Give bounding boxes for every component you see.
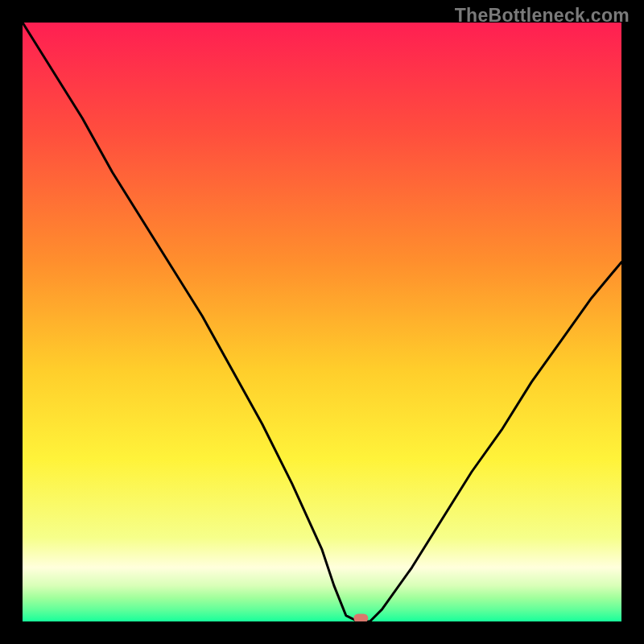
watermark-text: TheBottleneck.com xyxy=(455,5,630,27)
plot-area xyxy=(23,23,621,621)
min-marker xyxy=(353,614,368,622)
chart-svg xyxy=(23,23,621,621)
chart-frame: TheBottleneck.com xyxy=(0,0,644,644)
chart-background xyxy=(23,23,621,621)
